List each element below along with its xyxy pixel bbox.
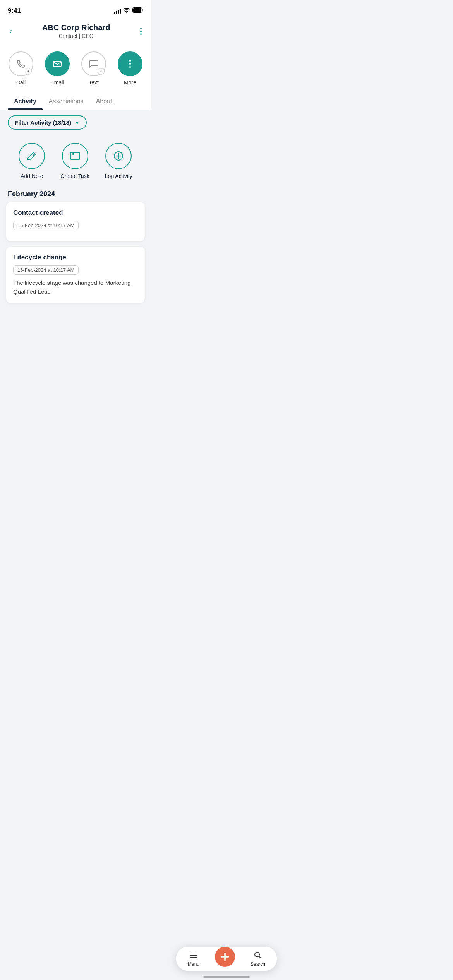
back-button[interactable]: ‹	[8, 25, 14, 38]
svg-rect-3	[53, 61, 61, 67]
text-label: Text	[89, 79, 99, 86]
task-icon	[69, 150, 81, 162]
card-title: Contact created	[13, 209, 138, 217]
email-icon	[52, 58, 63, 69]
email-circle	[45, 51, 70, 76]
add-note-circle	[19, 143, 45, 169]
text-plus-icon: +	[98, 68, 105, 75]
call-label: Call	[16, 79, 26, 86]
signal-icon	[114, 8, 121, 14]
create-task-label: Create Task	[60, 173, 89, 179]
chevron-down-icon: ▼	[74, 120, 80, 126]
status-bar: 9:41	[0, 0, 151, 19]
activity-card: Contact created 16-Feb-2024 at 10:17 AM	[6, 202, 145, 241]
log-activity-label: Log Activity	[105, 173, 132, 179]
email-label: Email	[50, 79, 64, 86]
activity-card: Lifecycle change 16-Feb-2024 at 10:17 AM…	[6, 247, 145, 303]
plus-icon	[113, 150, 124, 162]
wifi-icon	[123, 7, 130, 14]
text-action[interactable]: + Text	[81, 51, 106, 86]
filter-bar: Filter Activity (18/18) ▼	[0, 110, 151, 135]
svg-rect-2	[133, 8, 141, 12]
contact-subtitle: Contact | CEO	[14, 33, 139, 39]
more-circle	[118, 51, 142, 76]
status-icons	[114, 7, 143, 14]
status-time: 9:41	[8, 7, 21, 15]
card-date: 16-Feb-2024 at 10:17 AM	[13, 221, 79, 230]
add-note-label: Add Note	[21, 173, 43, 179]
more-label: More	[124, 79, 136, 86]
text-circle: +	[81, 51, 106, 76]
call-icon	[15, 58, 26, 69]
text-icon	[88, 58, 99, 69]
call-action[interactable]: + Call	[9, 51, 33, 86]
more-action[interactable]: More	[118, 51, 142, 86]
email-action[interactable]: Email	[45, 51, 70, 86]
month-label: February 2024	[0, 187, 151, 202]
tab-activity[interactable]: Activity	[8, 93, 43, 110]
tab-about[interactable]: About	[90, 93, 118, 110]
card-title: Lifecycle change	[13, 254, 138, 261]
filter-label: Filter Activity (18/18)	[15, 119, 71, 126]
call-circle: +	[9, 51, 33, 76]
log-activity-circle	[105, 143, 132, 169]
battery-icon	[132, 7, 143, 14]
create-task-circle	[62, 143, 88, 169]
contact-name: ABC Corp Richard	[14, 23, 139, 32]
card-date: 16-Feb-2024 at 10:17 AM	[13, 265, 79, 275]
svg-point-0	[126, 12, 127, 13]
add-note-button[interactable]: Add Note	[19, 143, 45, 179]
edit-icon	[26, 150, 38, 162]
header: ‹ ABC Corp Richard Contact | CEO	[0, 19, 151, 45]
call-plus-icon: +	[25, 68, 32, 75]
card-body: The lifecycle stage was changed to Marke…	[13, 279, 138, 296]
tabs: Activity Associations About	[0, 93, 151, 110]
tab-associations[interactable]: Associations	[43, 93, 90, 110]
activity-actions: Add Note Create Task Log Activity	[0, 135, 151, 187]
more-button[interactable]	[139, 26, 143, 36]
quick-actions: + Call Email + Text More	[0, 45, 151, 93]
timeline: February 2024 Contact created 16-Feb-202…	[0, 187, 151, 303]
log-activity-button[interactable]: Log Activity	[105, 143, 132, 179]
create-task-button[interactable]: Create Task	[60, 143, 89, 179]
filter-button[interactable]: Filter Activity (18/18) ▼	[8, 115, 87, 130]
header-title-block: ABC Corp Richard Contact | CEO	[14, 23, 139, 39]
